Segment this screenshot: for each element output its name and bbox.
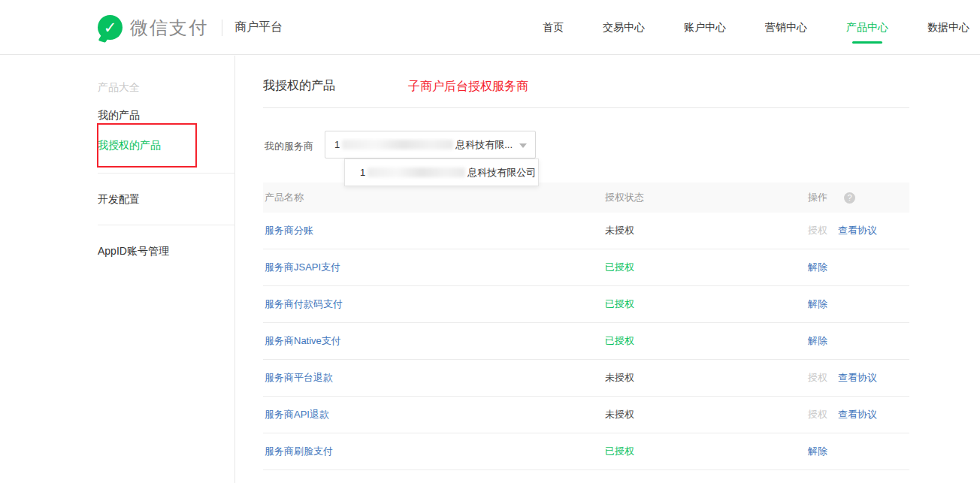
annotation-text: 子商户后台授权服务商 [408,79,528,95]
selected-provider-prefix: 1 [334,139,340,150]
col-header-action-label: 操作 [808,191,827,204]
wechat-pay-logo-icon: ✓ [98,15,122,40]
sidebar-item-my-products[interactable]: 我的产品 [98,109,140,122]
col-header-action: 操作 ? [808,183,855,213]
nav-account-center[interactable]: 账户中心 [684,21,726,35]
nav-data-center[interactable]: 数据中心 [927,21,969,35]
brand[interactable]: ✓ 微信支付 商户平台 [98,0,283,55]
action-cell: 授权查看协议 [808,213,877,249]
redacted-text [368,168,465,177]
option-provider-prefix: 1 [360,167,365,178]
nav-product-center[interactable]: 产品中心 [846,21,888,35]
view-agreement-link[interactable]: 查看协议 [838,224,877,237]
table-row: 服务商API退款未授权授权查看协议 [263,397,909,433]
table-row: 服务商JSAPI支付已授权解除 [263,249,909,286]
service-provider-option[interactable]: 1 息科技有限公司 [344,158,539,186]
selected-provider-suffix: 息科技有限... [455,138,513,152]
table-body: 服务商分账未授权授权查看协议服务商JSAPI支付已授权解除服务商付款码支付已授权… [263,213,909,470]
revoke-link[interactable]: 解除 [808,261,827,274]
auth-status: 未授权 [605,360,634,396]
redacted-text [342,140,453,149]
auth-status: 已授权 [605,286,634,322]
nav-marketing-center[interactable]: 营销中心 [765,21,807,35]
nav-transaction-center[interactable]: 交易中心 [603,21,645,35]
product-name-link[interactable]: 服务商分账 [265,213,313,249]
table-row: 服务商平台退款未授权授权查看协议 [263,360,909,397]
product-name-link[interactable]: 服务商Native支付 [265,323,341,359]
revoke-link[interactable]: 解除 [808,297,827,311]
product-name-link[interactable]: 服务商API退款 [265,397,329,433]
auth-status: 未授权 [605,397,634,433]
main-content: 我授权的产品 子商户后台授权服务商 我的服务商 1 息科技有限... 1 息科技… [263,56,909,483]
option-provider-suffix: 息科技有限公司 [467,166,536,180]
sidebar-item-appid-management[interactable]: AppID账号管理 [98,245,169,258]
view-agreement-link[interactable]: 查看协议 [838,408,877,421]
view-agreement-link[interactable]: 查看协议 [838,371,877,385]
table-header-row: 产品名称 授权状态 操作 ? [263,183,909,213]
auth-status: 已授权 [605,433,634,469]
page-title: 我授权的产品 [263,78,335,94]
product-name-link[interactable]: 服务商平台退款 [265,360,333,396]
action-cell: 解除 [808,286,827,322]
help-icon[interactable]: ? [844,192,855,204]
authorize-action-disabled: 授权 [808,408,827,421]
auth-status: 已授权 [605,323,634,359]
annotation-box [97,123,197,168]
page: ✓ 微信支付 商户平台 首页 交易中心 账户中心 营销中心 产品中心 数据中心 … [0,0,980,483]
top-nav: 首页 交易中心 账户中心 营销中心 产品中心 数据中心 [543,0,969,55]
table-row: 服务商刷脸支付已授权解除 [263,433,909,470]
sidebar: 产品大全 我的产品 我授权的产品 开发配置 AppID账号管理 [0,56,235,483]
action-cell: 解除 [808,323,827,359]
product-name-link[interactable]: 服务商JSAPI支付 [265,249,340,285]
action-cell: 授权查看协议 [808,360,877,396]
sidebar-divider [98,225,235,225]
authorize-action-disabled: 授权 [808,224,827,237]
brand-name: 微信支付 [130,16,208,40]
table-row: 服务商Native支付已授权解除 [263,323,909,360]
sidebar-divider [98,173,235,174]
chevron-down-icon [519,143,527,148]
product-name-link[interactable]: 服务商刷脸支付 [265,433,333,469]
product-name-link[interactable]: 服务商付款码支付 [265,286,343,322]
sidebar-item-dev-config[interactable]: 开发配置 [98,193,140,207]
table-row: 服务商分账未授权授权查看协议 [263,213,909,249]
revoke-link[interactable]: 解除 [808,334,827,348]
auth-status: 未授权 [605,213,634,249]
action-cell: 解除 [808,249,827,285]
nav-home[interactable]: 首页 [543,21,564,35]
portal-label: 商户平台 [234,20,283,35]
col-header-auth-status: 授权状态 [605,183,644,213]
sidebar-item-all-products: 产品大全 [98,81,140,95]
auth-status: 已授权 [605,249,634,285]
products-table: 产品名称 授权状态 操作 ? 服务商分账未授权授权查看协议服务商JSAPI支付已… [263,183,909,470]
check-icon: ✓ [98,15,122,40]
revoke-link[interactable]: 解除 [808,445,827,458]
action-cell: 授权查看协议 [808,397,877,433]
action-cell: 解除 [808,433,827,469]
table-row: 服务商付款码支付已授权解除 [263,286,909,323]
service-provider-label: 我的服务商 [265,140,313,153]
authorize-action-disabled: 授权 [808,371,827,385]
brand-divider [222,20,222,36]
top-header: ✓ 微信支付 商户平台 首页 交易中心 账户中心 营销中心 产品中心 数据中心 [0,0,980,55]
col-header-product-name: 产品名称 [265,183,304,213]
title-divider [263,107,909,108]
service-provider-select[interactable]: 1 息科技有限... [325,131,536,158]
